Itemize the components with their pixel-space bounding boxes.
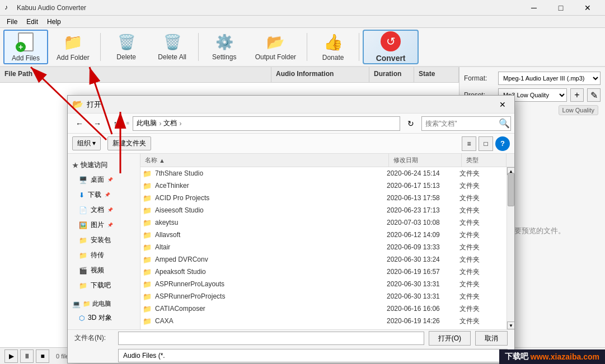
file-date-cell: 2020-06-12 14:09 (387, 231, 459, 239)
maximize-button[interactable]: □ (548, 0, 574, 16)
output-folder-icon: 📂 (265, 34, 285, 51)
output-folder-button[interactable]: 📂 Output Folder (248, 30, 303, 64)
this-pc-section: 💻 📁 此电脑 ⬡ 3D 对象 🎬 视频 🖼️ 图片 📄 文档 (68, 295, 140, 329)
addr-sep-1: › (159, 120, 161, 127)
col-header-name[interactable]: 名称 ▲ (140, 154, 389, 167)
table-row[interactable]: 📁 CATIAComposer 2020-06-16 16:06 文件夹 (140, 302, 506, 315)
separator-2 (198, 33, 199, 61)
new-folder-button[interactable]: 新建文件夹 (107, 136, 151, 150)
delete-button[interactable]: 🗑️ Delete (104, 30, 149, 64)
help-button[interactable]: ? (495, 136, 510, 151)
folder-icon: 📁 (143, 194, 152, 202)
col-header-date[interactable]: 修改日期 (389, 154, 462, 167)
scroll-thumb[interactable] (508, 173, 514, 206)
sort-icon: ▲ (159, 157, 165, 164)
sidebar-item-desktop[interactable]: 🖥️ 桌面 📌 (68, 172, 140, 187)
dialog-file-list[interactable]: 📁 7thShare Studio 2020-06-24 15:14 文件夹 📁… (140, 167, 506, 329)
quick-access-section: ★ 快速访问 🖥️ 桌面 📌 ⬇ 下载 📌 📄 文档 📌 (68, 156, 140, 295)
file-list-header: File Path Audio Information Duration Sta… (0, 67, 459, 83)
filename-input[interactable] (118, 332, 424, 345)
pc-icon: 💻 (72, 300, 81, 308)
delete-all-button[interactable]: 🗑️ Delete All (150, 30, 195, 64)
organize-button[interactable]: 组织 ▾ (72, 136, 101, 150)
scrollbar[interactable]: ▲ ▼ (506, 167, 514, 329)
table-row[interactable]: 📁 CAXA 2020-06-19 14:26 文件夹 (140, 315, 506, 327)
menu-edit[interactable]: Edit (22, 17, 43, 27)
menu-file[interactable]: File (2, 17, 22, 27)
sidebar-item-install[interactable]: 📁 安装包 (68, 233, 140, 248)
cancel-button[interactable]: 取消 (475, 331, 508, 346)
table-row[interactable]: 📁 akeytsu 2020-07-03 10:08 文件夹 (140, 216, 506, 229)
dialog-forward-button[interactable]: → (90, 116, 105, 131)
table-row[interactable]: 📁 ACID Pro Projects 2020-06-13 17:58 文件夹 (140, 192, 506, 204)
sidebar-item-pictures[interactable]: 🖼️ 图片 📌 (68, 218, 140, 233)
settings-button[interactable]: ⚙️ Settings (202, 30, 247, 64)
add-files-label: Add Files (12, 54, 40, 62)
close-button[interactable]: ✕ (575, 0, 601, 16)
dialog-up-button[interactable]: ↑ (108, 116, 123, 131)
play-button[interactable]: ▶ (4, 349, 18, 363)
sidebar-item-pending[interactable]: 📁 待传 (68, 248, 140, 263)
dialog-body: ★ 快速访问 🖥️ 桌面 📌 ⬇ 下载 📌 📄 文档 📌 (68, 154, 514, 329)
sidebar-item-xiazaiba[interactable]: 📁 下载吧 (68, 278, 140, 293)
file-type-cell: 文件夹 (459, 267, 504, 277)
table-row[interactable]: 📁 Amped DVRConv 2020-06-30 13:24 文件夹 (140, 253, 506, 266)
convert-button[interactable]: ↺ Convert (363, 30, 419, 64)
dialog-action-bar: 组织 ▾ 新建文件夹 ≡ □ ? (68, 134, 514, 154)
file-name-cell: 📁 AceThinker (143, 182, 387, 190)
window-controls: ─ □ ✕ (521, 0, 601, 16)
donate-button[interactable]: 👍 Donate (311, 30, 355, 64)
pane-button[interactable]: □ (479, 136, 493, 151)
table-row[interactable]: 📁 Aiseesoft Studio 2020-06-23 17:13 文件夹 (140, 204, 506, 216)
dialog-close-button[interactable]: ✕ (495, 97, 510, 112)
file-date-cell: 2020-06-19 16:57 (387, 268, 459, 276)
sidebar-item-pc-videos[interactable]: 🎬 视频 (68, 325, 140, 329)
file-date-cell: 2020-07-03 10:08 (387, 219, 459, 226)
dialog-title-icon: 📂 (72, 99, 83, 110)
file-name-cell: 📁 CAXA (143, 317, 387, 325)
star-icon: ★ (72, 162, 78, 169)
sidebar-item-documents[interactable]: 📄 文档 📌 (68, 202, 140, 218)
settings-icon: ⚙️ (214, 34, 235, 51)
dialog-refresh-button[interactable]: ↻ (404, 116, 418, 131)
filename-label: 文件名(N): (74, 333, 114, 343)
add-preset-button[interactable]: + (570, 88, 584, 102)
filetype-select[interactable]: Audio Files (*. (118, 349, 508, 362)
pin-icon-docs: 📌 (107, 207, 113, 212)
file-date-cell: 2020-06-17 15:13 (387, 182, 459, 190)
sidebar-item-videos[interactable]: 🎬 视频 (68, 263, 140, 278)
menu-help[interactable]: Help (43, 17, 65, 27)
dialog-search-input[interactable] (421, 116, 511, 131)
sidebar-item-3d[interactable]: ⬡ 3D 对象 (68, 310, 140, 325)
stop-button[interactable]: ■ (36, 349, 49, 363)
table-row[interactable]: 📁 ASPRunnerProLayouts 2020-06-30 13:31 文… (140, 278, 506, 290)
delete-all-icon: 🗑️ (162, 34, 182, 51)
menu-bar: File Edit Help (0, 16, 605, 28)
scroll-down-arrow[interactable]: ▼ (507, 322, 514, 329)
dialog-back-button[interactable]: ← (72, 116, 87, 131)
view-toggle-button[interactable]: ≡ (462, 136, 476, 151)
file-name-cell: 📁 Apeaksoft Studio (143, 268, 387, 276)
documents-icon: 📄 (79, 206, 87, 214)
minimize-button[interactable]: ─ (521, 0, 547, 16)
table-row[interactable]: 📁 7thShare Studio 2020-06-24 15:14 文件夹 (140, 167, 506, 179)
pause-button[interactable]: ⏸ (20, 349, 34, 363)
file-type-cell: 文件夹 (459, 206, 504, 215)
file-type-cell: 文件夹 (459, 255, 504, 264)
table-row[interactable]: 📁 ASPRunnerProProjects 2020-06-30 13:31 … (140, 290, 506, 302)
dialog-address-bar[interactable]: 此电脑 › 文档 › (133, 116, 400, 131)
table-row[interactable]: 📁 AceThinker 2020-06-17 15:13 文件夹 (140, 179, 506, 192)
table-row[interactable]: 📁 Altair 2020-06-09 13:33 文件夹 (140, 241, 506, 253)
open-button[interactable]: 打开(O) (429, 331, 471, 346)
this-pc-header: 💻 📁 此电脑 (68, 297, 140, 310)
table-row[interactable]: 📁 Apeaksoft Studio 2020-06-19 16:57 文件夹 (140, 266, 506, 278)
table-row[interactable]: 📁 Allavsoft 2020-06-12 14:09 文件夹 (140, 229, 506, 241)
sidebar-item-downloads[interactable]: ⬇ 下载 📌 (68, 187, 140, 202)
col-header-type[interactable]: 类型 (462, 154, 506, 167)
add-files-button[interactable]: + Add Files (3, 30, 48, 64)
quick-access-label: 快速访问 (81, 160, 107, 170)
folder-icon: 📁 (143, 292, 152, 301)
edit-preset-button[interactable]: ✎ (587, 88, 601, 102)
add-folder-button[interactable]: 📁 Add Folder (49, 30, 97, 64)
format-select[interactable]: Mpeg-1 Audio Layer III (.mp3) (498, 72, 601, 85)
